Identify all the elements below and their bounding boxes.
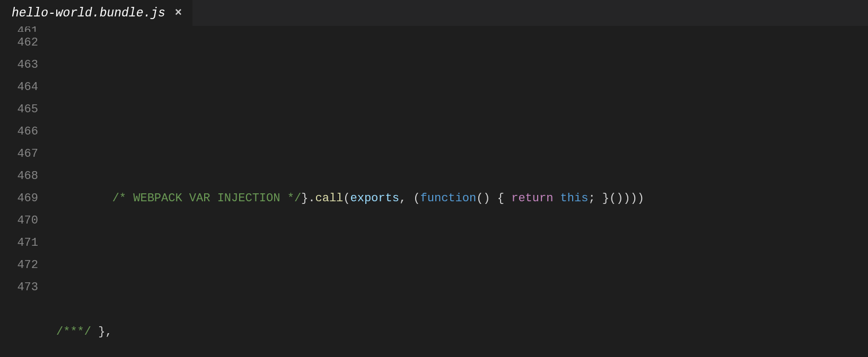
line-number: 467: [0, 143, 38, 165]
line-number: 461: [0, 26, 38, 32]
code-line[interactable]: [56, 254, 868, 276]
line-number: 463: [0, 54, 38, 76]
line-number-gutter: 461 462 463 464 465 466 467 468 469 470 …: [0, 26, 56, 357]
line-number: 473: [0, 276, 38, 299]
editor-area[interactable]: 461 462 463 464 465 466 467 468 469 470 …: [0, 26, 868, 357]
code-content[interactable]: /* WEBPACK VAR INJECTION */}.call(export…: [56, 26, 868, 357]
line-number: 470: [0, 210, 38, 232]
code-line[interactable]: [56, 65, 868, 76]
line-number: 468: [0, 165, 38, 188]
vertical-scrollbar[interactable]: [861, 26, 868, 357]
code-line[interactable]: /***/ },: [56, 321, 868, 343]
close-icon[interactable]: ×: [175, 7, 182, 19]
line-number: 462: [0, 32, 38, 54]
code-line[interactable]: /* WEBPACK VAR INJECTION */}.call(export…: [56, 188, 868, 210]
line-number: 471: [0, 232, 38, 254]
line-number: 472: [0, 254, 38, 276]
tab-filename: hello-world.bundle.js: [12, 6, 165, 20]
line-number: 466: [0, 121, 38, 143]
active-tab[interactable]: hello-world.bundle.js ×: [0, 0, 192, 26]
line-number: 465: [0, 99, 38, 121]
tab-bar: hello-world.bundle.js ×: [0, 0, 868, 26]
line-number: 469: [0, 188, 38, 210]
line-number: 464: [0, 76, 38, 99]
code-line[interactable]: [56, 121, 868, 143]
